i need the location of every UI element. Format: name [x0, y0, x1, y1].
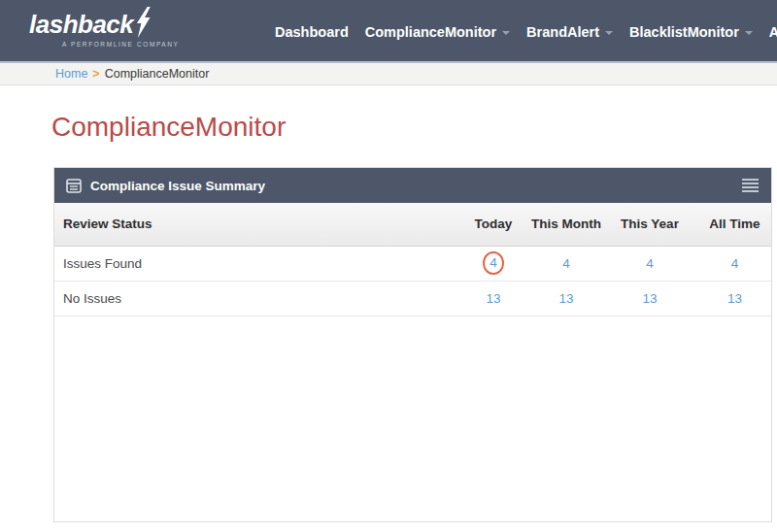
count-cell: 13	[601, 281, 698, 316]
row-label: Issues Found	[54, 246, 456, 281]
brand-tagline: A PERFORMLINE COMPANY	[29, 41, 180, 48]
breadcrumb: Home > ComplianceMonitor	[0, 63, 777, 85]
column-header-today: Today	[456, 203, 531, 246]
summary-table-body: Issues Found4444No Issues13131313	[54, 246, 771, 316]
breadcrumb-current: ComplianceMonitor	[105, 67, 210, 81]
count-link[interactable]: 4	[562, 256, 570, 271]
panel-title: Compliance Issue Summary	[90, 179, 265, 193]
nav-item-label: BlacklistMonitor	[629, 24, 739, 40]
count-cell: 13	[456, 281, 531, 316]
column-header-review-status: Review Status	[54, 203, 456, 246]
list-alt-icon	[66, 179, 82, 193]
compliance-summary-table: Review StatusTodayThis MonthThis YearAll…	[54, 203, 771, 316]
count-cell: 4	[601, 246, 698, 281]
column-header-this-month: This Month	[531, 203, 601, 246]
page-title: ComplianceMonitor	[51, 112, 777, 143]
nav-item-label: Admin	[769, 24, 777, 40]
row-label: No Issues	[54, 281, 456, 316]
annotation-circle: 4	[483, 251, 504, 276]
chevron-down-icon	[605, 31, 613, 35]
nav-item-dashboard[interactable]: Dashboard	[275, 24, 349, 40]
panel-header: Compliance Issue Summary	[54, 168, 771, 203]
breadcrumb-separator: >	[92, 67, 99, 81]
nav-item-compliancemonitor[interactable]: ComplianceMonitor	[365, 24, 510, 40]
nav-item-label: Dashboard	[275, 24, 349, 40]
main-nav: DashboardComplianceMonitorBrandAlertBlac…	[275, 0, 777, 63]
panel-menu-icon[interactable]	[741, 176, 760, 195]
main-content: ComplianceMonitor Compliance Issue Summa…	[0, 112, 777, 522]
nav-item-label: BrandAlert	[526, 24, 599, 40]
lightning-bolt-icon	[135, 7, 151, 38]
nav-item-label: ComplianceMonitor	[365, 24, 496, 40]
count-link[interactable]: 4	[731, 256, 739, 271]
count-link[interactable]: 13	[486, 291, 500, 306]
count-link[interactable]: 13	[558, 291, 573, 306]
table-row: No Issues13131313	[54, 281, 771, 316]
compliance-summary-panel: Compliance Issue Summary Review StatusTo…	[53, 167, 772, 522]
count-link[interactable]: 13	[727, 291, 742, 306]
nav-item-blacklistmonitor[interactable]: BlacklistMonitor	[629, 24, 753, 40]
table-row: Issues Found4444	[54, 246, 771, 281]
nav-item-admin[interactable]: Admin	[769, 24, 777, 40]
summary-table-head-row: Review StatusTodayThis MonthThis YearAll…	[54, 203, 771, 246]
count-cell: 13	[698, 281, 771, 316]
column-header-this-year: This Year	[601, 203, 698, 246]
brand-name: lashback	[29, 12, 133, 37]
column-header-all-time: All Time	[698, 203, 771, 246]
chevron-down-icon	[502, 31, 510, 35]
top-navbar: lashback A PERFORMLINE COMPANY Dashboard…	[0, 0, 777, 63]
count-cell: 4	[698, 246, 771, 281]
nav-item-brandalert[interactable]: BrandAlert	[526, 24, 613, 40]
count-link[interactable]: 4	[490, 255, 497, 270]
count-cell: 4	[456, 246, 531, 281]
breadcrumb-home-link[interactable]: Home	[55, 67, 87, 81]
count-link[interactable]: 13	[642, 291, 657, 306]
chevron-down-icon	[745, 31, 753, 35]
count-link[interactable]: 4	[646, 256, 654, 271]
brand-logo[interactable]: lashback A PERFORMLINE COMPANY	[29, 11, 180, 48]
count-cell: 4	[531, 246, 601, 281]
count-cell: 13	[531, 281, 601, 316]
